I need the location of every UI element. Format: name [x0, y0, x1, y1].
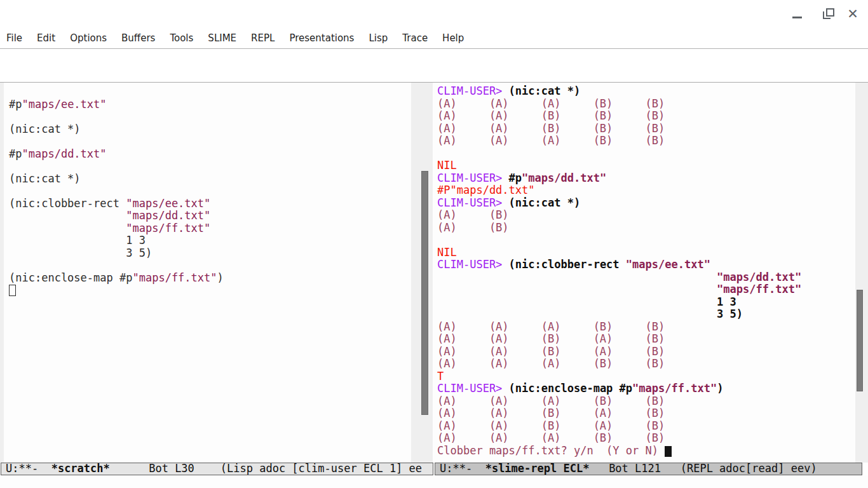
buffer-line: CLIM-USER> (nic:enclose-map #p"maps/ff.t…: [437, 383, 855, 395]
text-segment-output: (A) (B): [437, 221, 509, 234]
cursor-block: [665, 446, 672, 457]
text-segment-istr: "maps/ff.txt": [717, 283, 801, 295]
text-segment-output: (A) (A) (A) (B) (B): [437, 357, 665, 370]
menu-item-repl[interactable]: REPL: [251, 32, 275, 44]
menu-item-trace[interactable]: Trace: [402, 32, 428, 44]
text-segment-output: (A) (A) (B) (B) (B): [437, 109, 665, 122]
buffer-line: (A) (A) (A) (B) (B): [437, 321, 855, 334]
buffer-line: (A) (A) (B) (B) (B): [437, 110, 855, 123]
text-segment-code: (nic:cat *): [9, 123, 81, 135]
text-segment-ml: U:**-: [440, 463, 485, 475]
repl-scrollbar-track[interactable]: [411, 83, 433, 463]
text-segment-output: (A) (A) (A) (B) (B): [437, 320, 665, 333]
text-segment-output: (A) (A) (B) (A) (B): [437, 345, 665, 358]
text-segment-str: "maps/ff.txt": [126, 222, 210, 234]
menu-item-help[interactable]: Help: [442, 32, 464, 44]
menu-item-edit[interactable]: Edit: [37, 32, 55, 44]
text-segment-istr: "maps/ee.txt": [626, 258, 710, 271]
restore-button[interactable]: [820, 6, 836, 22]
text-segment-code: (nic:cat *): [9, 172, 81, 185]
menu-item-presentations[interactable]: Presentations: [289, 32, 354, 44]
text-segment-output: (A) (A) (B) (A) (B): [437, 332, 665, 345]
emacs-window: ✕ File Edit Options Buffers Tools SLIME …: [0, 0, 868, 488]
text-segment-str: "maps/ee.txt": [22, 98, 106, 111]
text-segment-input: [437, 271, 717, 283]
text-segment-str: "maps/dd.txt": [126, 209, 210, 222]
text-segment-mlb: *slime-repl ECL*: [485, 463, 590, 475]
buffer-line: [9, 86, 411, 98]
buffer-line: [9, 259, 411, 272]
text-segment-code: ): [217, 271, 224, 284]
text-segment-istr: "maps/dd.txt": [522, 172, 606, 184]
text-segment-output: Clobber maps/ff.txt? y/n (Y or N): [437, 444, 665, 457]
cursor-hollow: [9, 285, 16, 296]
titlebar: ✕: [0, 0, 868, 28]
menu-item-tools[interactable]: Tools: [170, 32, 193, 44]
buffer-line: (A) (A) (B) (B) (B): [437, 123, 855, 135]
menu-item-lisp[interactable]: Lisp: [369, 32, 388, 44]
buffer-line: "maps/dd.txt": [9, 210, 411, 222]
toolbar: Save Undo: [0, 50, 868, 82]
text-segment-result: T: [437, 370, 444, 383]
text-segment-input: (nic:cat *): [509, 85, 581, 97]
buffer-line: T: [437, 370, 855, 383]
buffer-line: (A) (A) (A) (B) (B): [437, 395, 855, 408]
right-scrollbar-thumb[interactable]: [857, 290, 863, 391]
buffer-line: (nic:clobber-rect "maps/ee.txt": [9, 198, 411, 210]
menu-item-options[interactable]: Options: [70, 32, 107, 44]
right-scrollbar-track[interactable]: [855, 83, 868, 463]
menu-item-file[interactable]: File: [6, 32, 22, 44]
text-segment-result: NIL: [437, 246, 457, 259]
buffer-line: (nic:enclose-map #p"maps/ff.txt"): [9, 272, 411, 285]
buffer-line: [9, 185, 411, 198]
buffer-line: (A) (A) (A) (B) (B): [437, 432, 855, 445]
buffer-line: #P"maps/dd.txt": [437, 184, 855, 197]
buffer-line: 1 3: [437, 296, 855, 309]
buffer-line: (A) (B): [437, 222, 855, 234]
minimize-icon: [792, 17, 802, 18]
buffer-line: CLIM-USER> (nic:clobber-rect "maps/ee.tx…: [437, 259, 855, 271]
text-segment-code: #p: [9, 147, 22, 160]
text-segment-code: (nic:clobber-rect: [9, 197, 126, 210]
text-segment-ml: Bot L30 (Lisp adoc [clim-user ECL 1] ee: [110, 463, 422, 475]
buffer-line: (A) (A) (A) (B) (B): [437, 135, 855, 147]
buffer-line: 1 3: [9, 234, 411, 247]
text-segment-output: (A) (B): [437, 208, 509, 221]
repl-modeline: U:**- *slime-repl ECL* Bot L121 (REPL ad…: [435, 463, 862, 475]
buffer-line: NIL: [437, 247, 855, 259]
close-button[interactable]: ✕: [845, 6, 860, 22]
repl-scrollbar-thumb[interactable]: [421, 171, 428, 415]
text-segment-prompt: CLIM-USER>: [437, 258, 509, 271]
buffer-line: [9, 160, 411, 173]
text-segment-output: (A) (A) (B) (A) (B): [437, 419, 665, 432]
buffer-line: 3 5): [9, 247, 411, 260]
menu-item-slime[interactable]: SLIME: [208, 32, 236, 44]
menu-item-buffers[interactable]: Buffers: [121, 32, 155, 44]
minimize-button[interactable]: [790, 6, 805, 22]
buffer-line: "maps/ff.txt": [9, 222, 411, 235]
text-segment-result: NIL: [437, 159, 457, 172]
buffer-line: Clobber maps/ff.txt? y/n (Y or N): [437, 445, 855, 458]
scratch-buffer-pane[interactable]: #p"maps/ee.txt" (nic:cat *) #p"maps/dd.t…: [4, 83, 411, 463]
buffer-line: [9, 111, 411, 123]
text-segment-str: "maps/ee.txt": [126, 197, 210, 210]
buffer-line: (nic:cat *): [9, 123, 411, 136]
slime-repl-pane[interactable]: CLIM-USER> (nic:cat *)(A) (A) (A) (B) (B…: [433, 83, 855, 463]
text-segment-input: ): [717, 382, 723, 395]
text-segment-prompt: CLIM-USER>: [437, 382, 509, 395]
buffer-line: "maps/ff.txt": [437, 283, 855, 296]
text-segment-input: (nic:clobber-rect: [509, 258, 626, 271]
text-segment-str: "maps/ff.txt": [132, 271, 217, 284]
text-segment-ml: U:**-: [6, 463, 51, 475]
text-segment-input: (nic:enclose-map #p: [509, 382, 632, 395]
text-segment-code: [9, 222, 126, 234]
text-segment-code: (nic:enclose-map #p: [9, 271, 132, 284]
text-segment-output: (A) (A) (B) (B) (B): [437, 122, 665, 135]
buffer-line: NIL: [437, 159, 855, 172]
text-segment-output: (A) (A) (A) (B) (B): [437, 431, 665, 444]
buffer-line: CLIM-USER> (nic:cat *): [437, 85, 855, 98]
text-segment-output: (A) (A) (B) (A) (B): [437, 407, 665, 419]
buffer-line: (A) (A) (B) (A) (B): [437, 346, 855, 358]
echo-area[interactable]: [0, 475, 868, 488]
text-segment-str: "maps/dd.txt": [22, 147, 106, 160]
